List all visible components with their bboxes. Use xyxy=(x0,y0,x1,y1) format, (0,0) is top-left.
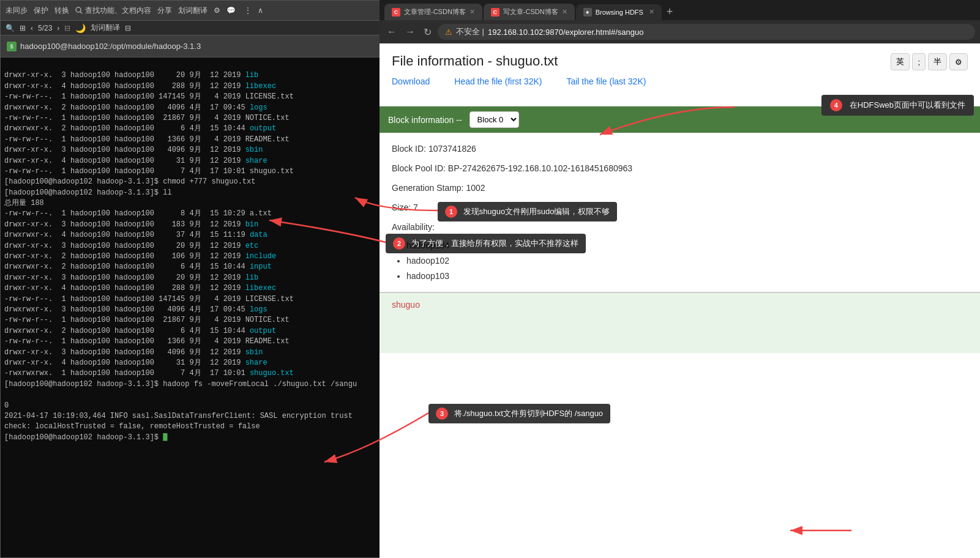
forward-button[interactable]: → xyxy=(403,25,417,39)
tab-close-write[interactable]: ✕ xyxy=(562,8,567,16)
page-prev[interactable]: ‹ xyxy=(31,24,33,32)
term-line-3: -rw-rw-r--. 1 hadoop100 hadoop100 147145… xyxy=(4,92,294,101)
tab-label-hdfs: Browsing HDFS xyxy=(596,9,643,16)
search-icon xyxy=(75,7,83,14)
tab-icon-write: C xyxy=(491,8,499,17)
term-line-8: drwxr-xr-x. 3 hadoop100 hadoop100 4096 9… xyxy=(4,146,263,154)
term-line-b8: drwxr-xr-x. 4 hadoop100 hadoop100 288 9月… xyxy=(4,284,276,292)
term-line-2: drwxr-xr-x. 4 hadoop100 hadoop100 288 9月… xyxy=(4,82,276,91)
block-info-label: Block information -- xyxy=(388,115,462,125)
term-line-9: drwxr-xr-x. 4 hadoop100 hadoop100 31 9月 … xyxy=(4,157,267,165)
block-id-row: Block ID: 1073741826 xyxy=(392,140,968,157)
tab-browse-hdfs[interactable]: ● Browsing HDFS ✕ xyxy=(576,4,662,20)
doc-menu-protect: 保护 xyxy=(34,6,48,16)
tab-close-hdfs[interactable]: ✕ xyxy=(649,8,654,16)
term-line-b6: drwxrwxr-x. 2 hadoop100 hadoop100 6 4月 1… xyxy=(4,262,272,271)
node-2: hadoop102 xyxy=(406,253,968,269)
thumbnail-icon[interactable]: ⊞ xyxy=(20,24,26,32)
block-info-section: Block information -- Block 0 Block ID: 1… xyxy=(380,106,980,292)
term-log1: 0 xyxy=(4,401,9,410)
page-indicator: 5/23 xyxy=(38,24,52,32)
annotation-circle-1: 1 xyxy=(445,206,457,218)
block-pool-id-row: Block Pool ID: BP-274262675-192.168.10.1… xyxy=(392,160,968,177)
annotation-1: 1 发现shuguo文件刚用sudo编辑，权限不够 xyxy=(438,202,617,221)
node-3: hadoop103 xyxy=(406,269,968,284)
tool-semicolon[interactable]: ; xyxy=(912,53,926,70)
shuguo-link[interactable]: shuguo xyxy=(392,300,420,310)
file-info-title: File information - shuguo.txt xyxy=(392,53,646,69)
terminal-title-text: hadoop100@hadoop102:/opt/module/hadoop-3… xyxy=(20,42,201,51)
tool-settings[interactable]: ⚙ xyxy=(949,53,968,70)
bottom-arrow xyxy=(784,521,858,540)
new-tab-button[interactable]: + xyxy=(663,6,677,18)
translate-btn[interactable]: 划词翻译 xyxy=(178,6,208,16)
term-line-1: drwxr-xr-x. 3 hadoop100 hadoop100 20 9月 … xyxy=(4,71,258,80)
term-line-b13: -rw-rw-r--. 1 hadoop100 hadoop100 1366 9… xyxy=(4,337,290,346)
browser-navbar: ← → ↻ ⚠ 不安全 | 192.168.10.102:9870/explor… xyxy=(380,20,980,43)
security-warning-icon: ⚠ xyxy=(445,28,452,37)
annotation-circle-4: 4 xyxy=(830,99,842,111)
browser-titlebar: C 文章管理-CSDN博客 ✕ C 写文章-CSDN博客 ✕ ● Browsin… xyxy=(380,0,980,43)
file-actions: Download Head the file (first 32K) Tail … xyxy=(392,76,646,86)
annotation-4: 4 在HDFSweb页面中可以看到文件 xyxy=(821,95,974,116)
annotation-text-2: 为了方便，直接给所有权限，实战中不推荐这样 xyxy=(411,239,578,248)
tab-icon-hdfs: ● xyxy=(583,8,592,17)
term-line-b5: drwxr-xr-x. 2 hadoop100 hadoop100 106 9月… xyxy=(4,252,276,261)
terminal-icon: $ xyxy=(7,42,17,51)
block-select[interactable]: Block 0 xyxy=(469,111,519,128)
tab-label-article: 文章管理-CSDN博客 xyxy=(404,7,466,17)
url-insecure-label: 不安全 | xyxy=(456,26,484,37)
reload-button[interactable]: ↻ xyxy=(421,25,434,39)
annotation-text-1: 发现shuguo文件刚用sudo编辑，权限不够 xyxy=(463,207,610,216)
term-line-5: -rw-rw-r--. 1 hadoop100 hadoop100 21867 … xyxy=(4,114,290,122)
head-file-link[interactable]: Head the file (first 32K) xyxy=(454,76,542,86)
tool-english[interactable]: 英 xyxy=(891,53,910,70)
address-bar[interactable]: ⚠ 不安全 | 192.168.10.102:9870/explorer.htm… xyxy=(438,24,975,40)
night-mode-icon[interactable]: 🌙 xyxy=(75,23,86,33)
tab-write-article[interactable]: C 写文章-CSDN博客 ✕ xyxy=(484,4,575,20)
annotation-text-3: 将./shuguo.txt文件剪切到HDFS的 /sanguo xyxy=(454,409,603,418)
tool-half[interactable]: 半 xyxy=(928,53,947,70)
term-line-6: drwxrwxr-x. 2 hadoop100 hadoop100 6 4月 1… xyxy=(4,124,276,133)
input-tools: 英 ; 半 ⚙ xyxy=(891,53,968,70)
tail-file-link[interactable]: Tail the file (last 32K) xyxy=(566,76,646,86)
annotation-circle-2: 2 xyxy=(393,237,405,250)
back-button[interactable]: ← xyxy=(384,25,399,39)
term-line-4: drwxrwxr-x. 2 hadoop100 hadoop100 4096 4… xyxy=(4,103,267,112)
term-line-b15: drwxr-xr-x. 4 hadoop100 hadoop100 31 9月 … xyxy=(4,359,267,367)
doc-menu-convert: 转换 xyxy=(54,6,69,16)
browser-content: File information - shuguo.txt Download H… xyxy=(380,43,980,558)
browser-tabs: C 文章管理-CSDN博客 ✕ C 写文章-CSDN博客 ✕ ● Browsin… xyxy=(380,0,980,20)
expand-icon[interactable]: ∧ xyxy=(258,6,263,15)
annotation-text-4: 在HDFSweb页面中可以看到文件 xyxy=(850,100,965,111)
tab-article-management[interactable]: C 文章管理-CSDN博客 ✕ xyxy=(384,4,482,20)
term-cmd2: [hadoop100@hadoop102 hadoop-3.1.3]$ ll xyxy=(4,188,172,197)
term-line-b9: -rw-rw-r--. 1 hadoop100 hadoop100 147145… xyxy=(4,295,294,303)
page-next[interactable]: › xyxy=(57,24,59,32)
browser-bottom-section: shuguo xyxy=(380,292,980,353)
browser-window: C 文章管理-CSDN博客 ✕ C 写文章-CSDN博客 ✕ ● Browsin… xyxy=(380,0,980,558)
term-cmd1: [hadoop100@hadoop102 hadoop-3.1.3]$ chmo… xyxy=(4,177,255,186)
more-icon[interactable]: ⋮ xyxy=(244,6,252,15)
annotation-circle-3: 3 xyxy=(436,407,448,420)
share-btn[interactable]: 分享 xyxy=(157,6,172,16)
term-line-b12: drwxrwxr-x. 2 hadoop100 hadoop100 6 4月 1… xyxy=(4,327,276,335)
settings-icon[interactable]: ⚙ xyxy=(214,6,220,15)
annotation-2: 2 为了方便，直接给所有权限，实战中不推荐这样 xyxy=(386,234,586,253)
url-text: 192.168.10.102:9870/explorer.html#/sangu… xyxy=(488,28,643,37)
doc-menu-file[interactable]: 未同步 xyxy=(6,6,28,16)
term-line-b2: drwxr-xr-x. 3 hadoop100 hadoop100 183 9月… xyxy=(4,220,258,229)
translate-icon[interactable]: 划词翻译 xyxy=(91,23,120,33)
generation-stamp-row: Generation Stamp: 1002 xyxy=(392,179,968,196)
term-line-b3: drwxrwxr-x. 4 hadoop100 hadoop100 37 4月 … xyxy=(4,231,267,239)
term-line-b11: -rw-rw-r--. 1 hadoop100 hadoop100 21867 … xyxy=(4,316,290,324)
filter-icon[interactable]: ⊟ xyxy=(125,24,131,32)
download-link[interactable]: Download xyxy=(392,76,430,86)
comment-icon[interactable]: 💬 xyxy=(226,6,236,15)
tab-close-article[interactable]: ✕ xyxy=(469,8,475,16)
zoom-icon[interactable]: 🔍 xyxy=(6,24,15,32)
page-icon: ⊟ xyxy=(64,24,70,32)
term-prompt: [hadoop100@hadoop102 hadoop-3.1.3]$ █ xyxy=(4,433,167,442)
term-line-b14: drwxr-xr-x. 3 hadoop100 hadoop100 4096 9… xyxy=(4,348,263,357)
svg-point-0 xyxy=(76,7,81,12)
